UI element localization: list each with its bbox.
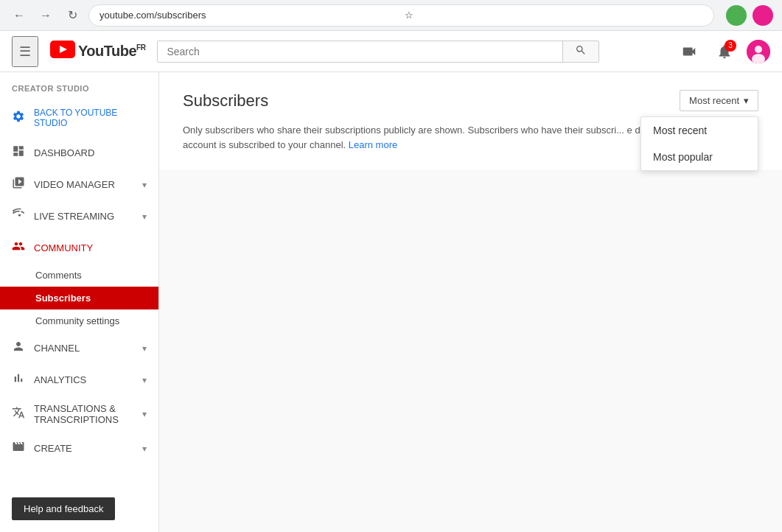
sidebar-item-channel[interactable]: CHANNEL ▾: [0, 332, 158, 364]
translations-icon: [12, 406, 25, 423]
create-icon: [12, 440, 25, 457]
analytics-icon: [12, 371, 25, 388]
header-actions: 3: [676, 38, 770, 65]
browser-profile-1[interactable]: [726, 5, 747, 26]
live-streaming-icon: [12, 208, 25, 225]
dashboard-icon: [12, 144, 25, 161]
dashboard-label: DASHBOARD: [34, 147, 147, 158]
dropdown-item-most-recent[interactable]: Most recent: [641, 117, 758, 144]
channel-chevron: ▾: [142, 343, 147, 354]
channel-icon: [12, 340, 25, 357]
analytics-chevron: ▾: [142, 375, 147, 385]
sub-item-comments[interactable]: Comments: [0, 264, 158, 287]
reload-button[interactable]: ↻: [62, 5, 83, 26]
sidebar-item-create[interactable]: CREATE ▾: [0, 433, 158, 464]
svg-point-3: [755, 46, 762, 53]
main-layout: CREATOR STUDIO BACK TO YOUTUBE STUDIO DA…: [0, 72, 782, 532]
forward-button[interactable]: →: [35, 5, 56, 26]
browser-profile-2[interactable]: [753, 5, 773, 26]
sub-item-community-settings[interactable]: Community settings: [0, 309, 158, 332]
youtube-logo[interactable]: YouTubeFR: [50, 40, 145, 63]
content-panel: Subscribers Most recent ▾ Most recent Mo…: [159, 72, 782, 169]
sort-label: Most recent: [689, 95, 739, 106]
address-bar[interactable]: youtube.com/subscribers ☆: [88, 4, 714, 27]
content-area: Subscribers Most recent ▾ Most recent Mo…: [159, 72, 782, 532]
back-label: BACK TO YOUTUBE STUDIO: [34, 108, 147, 128]
sidebar-item-live-streaming[interactable]: LIVE STREAMING ▾: [0, 200, 158, 232]
search-bar: [157, 41, 599, 63]
live-streaming-chevron: ▾: [142, 211, 147, 222]
create-chevron: ▾: [142, 444, 147, 454]
sidebar-item-community[interactable]: COMMUNITY: [0, 232, 158, 264]
video-manager-chevron: ▾: [142, 180, 147, 190]
settings-icon: [12, 110, 25, 127]
avatar-image: [747, 40, 770, 63]
upload-icon: [681, 43, 697, 60]
search-button[interactable]: [562, 41, 598, 62]
sort-dropdown-menu: Most recent Most popular: [640, 116, 758, 171]
community-icon: [12, 239, 25, 256]
search-icon: [575, 44, 587, 56]
translations-chevron: ▾: [142, 409, 147, 419]
sidebar-item-translations[interactable]: TRANSLATIONS & TRANSCRIPTIONS ▾: [0, 396, 158, 433]
browser-profile-icons: [726, 5, 773, 26]
sidebar-item-dashboard[interactable]: DASHBOARD: [0, 137, 158, 169]
sort-chevron-icon: ▾: [744, 95, 749, 106]
menu-hamburger-button[interactable]: ☰: [12, 36, 38, 67]
youtube-logo-text: YouTubeFR: [78, 43, 145, 60]
subscribers-label: Subscribers: [35, 293, 91, 304]
browser-chrome: ← → ↻ youtube.com/subscribers ☆: [0, 0, 782, 31]
dropdown-item-most-popular[interactable]: Most popular: [641, 144, 758, 170]
sidebar-bottom: Help and feedback: [0, 486, 158, 532]
content-header: Subscribers Most recent ▾ Most recent Mo…: [183, 90, 758, 111]
notifications-button[interactable]: 3: [711, 38, 738, 65]
bookmark-icon[interactable]: ☆: [405, 10, 704, 21]
upload-button[interactable]: [676, 38, 702, 65]
youtube-header: ☰ YouTubeFR 3: [0, 31, 782, 72]
create-label: CREATE: [34, 443, 133, 454]
live-streaming-label: LIVE STREAMING: [34, 211, 133, 222]
sort-dropdown-container: Most recent ▾ Most recent Most popular: [680, 90, 758, 111]
sidebar-item-back[interactable]: BACK TO YOUTUBE STUDIO: [0, 99, 158, 137]
sidebar-item-video-manager[interactable]: VIDEO MANAGER ▾: [0, 169, 158, 200]
video-manager-label: VIDEO MANAGER: [34, 179, 133, 190]
sub-item-subscribers[interactable]: Subscribers: [0, 287, 158, 309]
community-label: COMMUNITY: [34, 242, 147, 253]
video-manager-icon: [12, 176, 25, 193]
page-title: Subscribers: [183, 91, 680, 111]
youtube-logo-icon: [50, 40, 75, 63]
url-display: youtube.com/subscribers: [100, 10, 399, 21]
help-feedback-button[interactable]: Help and feedback: [12, 497, 115, 520]
notification-badge: 3: [725, 40, 736, 52]
search-input[interactable]: [158, 41, 562, 62]
sidebar-item-analytics[interactable]: ANALYTICS ▾: [0, 364, 158, 396]
analytics-label: ANALYTICS: [34, 374, 133, 385]
youtube-svg-icon: [50, 41, 75, 58]
user-avatar[interactable]: [747, 40, 770, 63]
comments-label: Comments: [35, 270, 82, 281]
sidebar: CREATOR STUDIO BACK TO YOUTUBE STUDIO DA…: [0, 72, 159, 532]
translations-label: TRANSLATIONS & TRANSCRIPTIONS: [34, 403, 133, 425]
studio-label: CREATOR STUDIO: [0, 72, 158, 99]
learn-more-link[interactable]: Learn more: [349, 139, 397, 150]
community-settings-label: Community settings: [35, 315, 119, 326]
back-button[interactable]: ←: [9, 5, 29, 26]
sort-dropdown-button[interactable]: Most recent ▾: [680, 90, 758, 111]
channel-label: CHANNEL: [34, 343, 133, 354]
